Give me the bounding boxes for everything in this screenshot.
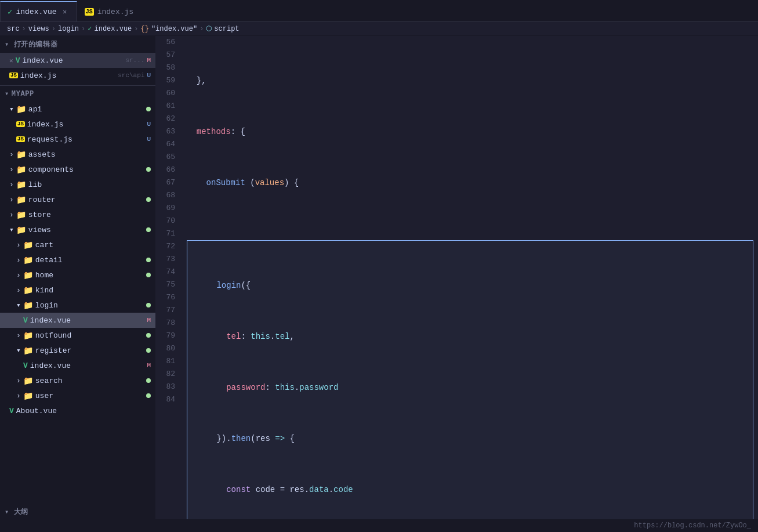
breadcrumb-vue-icon: ✓ [88, 24, 92, 33]
dot-notfound [146, 333, 151, 338]
folder-open-icon: 📁 [16, 104, 26, 114]
file-label-register-index: index.vue [30, 361, 71, 370]
tree-folder-detail[interactable]: › 📁 detail [0, 252, 155, 267]
chevron-right-kind: › [16, 286, 21, 295]
breadcrumb-sep-5: › [200, 25, 204, 33]
chevron-right-notfound: › [16, 331, 21, 340]
chevron-right-icon-lib: › [9, 180, 14, 189]
chevron-right-icon: › [9, 150, 14, 159]
tree-folder-user[interactable]: › 📁 user [0, 388, 155, 403]
js-icon: JS [85, 8, 94, 16]
badge-m-login: M [147, 317, 151, 324]
breadcrumb: src › views › login › ✓ index.vue › {} "… [0, 22, 758, 36]
line-num-73: 73 [160, 253, 175, 266]
line-num-60: 60 [160, 87, 175, 100]
line-num-62: 62 [160, 113, 175, 125]
badge-m-register: M [147, 362, 151, 369]
chevron-down-views: ▾ [9, 225, 14, 234]
tree-file-api-index-js[interactable]: JS index.js U [0, 117, 155, 132]
tree-folder-cart[interactable]: › 📁 cart [0, 237, 155, 252]
open-file-name-vue: index.vue [22, 56, 123, 65]
folder-label-user: user [35, 392, 53, 400]
tree-folder-notfound[interactable]: › 📁 notfound [0, 328, 155, 343]
folder-icon-cart: 📁 [23, 240, 33, 250]
selection-box: login({ tel: this.tel, password: this.pa… [187, 240, 753, 519]
breadcrumb-sep-1: › [22, 25, 26, 33]
line-num-68: 68 [160, 189, 175, 202]
line-num-72: 72 [160, 240, 175, 253]
chevron-right-icon-comp: › [9, 165, 14, 174]
folder-icon-register: 📁 [23, 346, 33, 356]
tree-folder-store[interactable]: › 📁 store [0, 207, 155, 222]
vue-icon: ✓ [8, 7, 12, 17]
tree-folder-api[interactable]: ▾ 📁 api [0, 102, 155, 117]
tree-file-login-index-vue[interactable]: V index.vue M [0, 313, 155, 328]
tree-file-about-vue[interactable]: V About.vue [0, 403, 155, 418]
line-num-80: 80 [160, 342, 175, 355]
tree-folder-lib[interactable]: › 📁 lib [0, 177, 155, 192]
main-layout: ▾ 打开的编辑器 ✕ V index.vue sr... M JS index.… [0, 36, 758, 519]
breadcrumb-file[interactable]: index.vue [94, 25, 132, 33]
js-file-icon-api-request: JS [16, 136, 25, 142]
tree-folder-assets[interactable]: › 📁 assets [0, 147, 155, 162]
folder-icon-search: 📁 [23, 376, 33, 386]
breadcrumb-login[interactable]: login [58, 25, 79, 33]
code-line-57: methods: { [187, 125, 753, 138]
tree-folder-views[interactable]: ▾ 📁 views [0, 222, 155, 237]
code-content[interactable]: }, methods: { onSubmit (values) { login(… [182, 36, 758, 519]
folder-icon-login: 📁 [23, 301, 33, 310]
breadcrumb-views[interactable]: views [28, 25, 49, 33]
tree-folder-register[interactable]: ▾ 📁 register [0, 343, 155, 358]
open-editors-title[interactable]: ▾ 打开的编辑器 [0, 36, 155, 53]
breadcrumb-src[interactable]: src [7, 25, 20, 33]
line-num-75: 75 [160, 278, 175, 291]
open-editor-index-vue[interactable]: ✕ V index.vue sr... M [0, 53, 155, 68]
outline-section[interactable]: ▾ 大纲 [0, 505, 155, 519]
breadcrumb-sep-3: › [81, 25, 85, 33]
breadcrumb-component[interactable]: "index.vue" [151, 25, 197, 33]
code-area[interactable]: 56 57 58 59 60 61 62 63 64 65 66 67 68 6… [155, 36, 758, 519]
open-editor-index-js[interactable]: JS index.js src\api U [0, 68, 155, 83]
breadcrumb-sep-4: › [134, 25, 138, 33]
dot-views [146, 227, 151, 232]
chevron-down-login: ▾ [16, 301, 21, 310]
dot-detail [146, 258, 151, 262]
dot-home [146, 273, 151, 277]
breadcrumb-sep-2: › [52, 25, 56, 33]
tree-file-register-index-vue[interactable]: V index.vue M [0, 358, 155, 373]
dot-router [146, 197, 151, 202]
folder-label-router: router [28, 196, 56, 204]
tab-close-index-vue[interactable]: ✕ [60, 7, 70, 16]
folder-label-detail: detail [35, 256, 63, 265]
folder-icon-router: 📁 [16, 195, 26, 205]
tree-folder-search[interactable]: › 📁 search [0, 373, 155, 388]
tree-folder-login[interactable]: ▾ 📁 login [0, 298, 155, 313]
tree-folder-kind[interactable]: › 📁 kind [0, 283, 155, 298]
explorer-title[interactable]: ▾ MYAPP [0, 86, 155, 102]
folder-label-register: register [35, 346, 71, 355]
close-icon[interactable]: ✕ [9, 57, 13, 64]
breadcrumb-script[interactable]: script [214, 25, 239, 33]
line-num-63: 63 [160, 125, 175, 138]
folder-icon-views: 📁 [16, 225, 26, 235]
status-bar: https://blog.csdn.net/ZywOo_ [0, 519, 758, 532]
badge-u-api-request: U [147, 136, 151, 143]
folder-label-login: login [35, 301, 58, 310]
tree-folder-components[interactable]: › 📁 components [0, 162, 155, 177]
dot-register [146, 348, 151, 353]
dot-components [146, 167, 151, 172]
tree-folder-router[interactable]: › 📁 router [0, 192, 155, 207]
js-file-icon: JS [9, 73, 18, 78]
open-file-path-js: src\api [118, 72, 144, 79]
line-num-69: 69 [160, 202, 175, 215]
tree-file-api-request-js[interactable]: JS request.js U [0, 132, 155, 147]
line-num-65: 65 [160, 151, 175, 164]
tab-label-index-vue: index.vue [16, 8, 56, 16]
code-line-62: }).then(res => { [187, 432, 753, 445]
line-num-81: 81 [160, 355, 175, 368]
folder-label-cart: cart [35, 241, 53, 249]
tree-folder-home[interactable]: › 📁 home [0, 267, 155, 283]
line-num-57: 57 [160, 49, 175, 61]
tab-index-js[interactable]: JS index.js [77, 1, 141, 21]
tab-index-vue[interactable]: ✓ index.vue ✕ [0, 1, 77, 21]
